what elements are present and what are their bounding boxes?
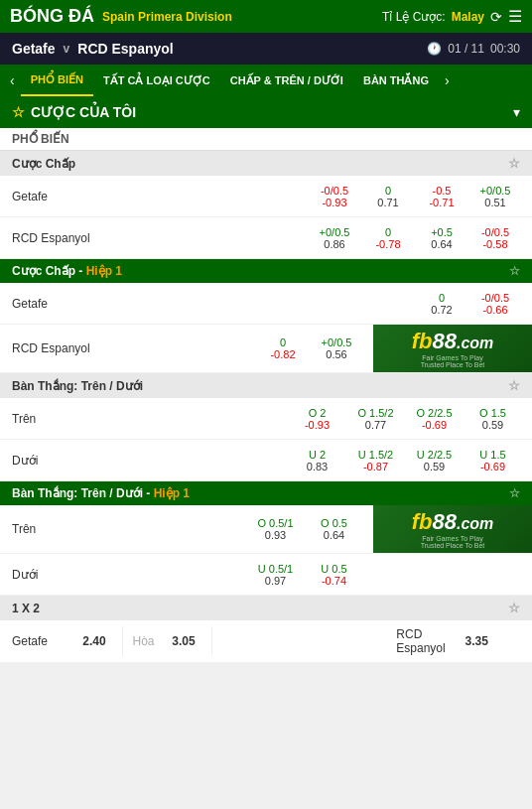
divider-2 — [211, 626, 212, 656]
odds-icon[interactable]: ⟳ — [490, 9, 502, 25]
getafe-val-3: -0.71 — [417, 197, 466, 208]
cuoc-title: ☆ CƯỢC CỦA TÔI — [12, 104, 136, 120]
duoi-val-2: -0.87 — [348, 461, 403, 472]
ban-thang-header: Bàn Thắng: Trên / Dưới ☆ — [0, 373, 532, 398]
getafe-odds-3[interactable]: -0.5 -0.71 — [417, 185, 466, 208]
match-vs: v — [64, 42, 70, 56]
tren-hiep1-label: Trên — [12, 522, 71, 536]
nav-next-arrow[interactable]: › — [439, 65, 456, 96]
espanyol-line-2: 0 — [363, 226, 413, 238]
hiep1-getafe-val-1: 0.72 — [417, 304, 466, 316]
ban-thang-star: ☆ — [508, 378, 520, 393]
hiep1-getafe-odds: 0 0.72 -0/0.5 -0.66 — [111, 292, 520, 316]
odds-label: Tỉ Lệ Cược: — [382, 10, 446, 24]
tab-ban-thang[interactable]: BÀN THẮNG — [353, 67, 439, 95]
duoi-hiep1-cell-2[interactable]: U 0.5 -0.74 — [307, 563, 361, 587]
ad-tagline-line1: Fair Games To Play — [421, 354, 485, 361]
duoi-hiep1-line-1: U 0.5/1 — [248, 563, 303, 575]
duoi-label: Dưới — [12, 454, 71, 468]
tren-hiep1-line-1: O 0.5/1 — [248, 517, 303, 529]
ad-tagline-2: Fair Games To Play Trusted Place To Bet — [421, 535, 485, 549]
header-left: BÓNG ĐÁ Spain Primera Division — [10, 6, 232, 27]
menu-icon[interactable]: ☰ — [508, 7, 522, 26]
duoi-cell-2[interactable]: U 1.5/2 -0.87 — [348, 449, 403, 472]
getafe-odds-1[interactable]: -0/0.5 -0.93 — [310, 185, 359, 208]
espanyol-line-4: -0/0.5 — [470, 226, 520, 238]
hiep1-espanyol-cell-1[interactable]: 0 -0.82 — [258, 337, 308, 360]
tren-label: Trên — [12, 412, 71, 426]
tren-cell-2[interactable]: O 1.5/2 0.77 — [348, 407, 403, 431]
hiep1-getafe-cell-1[interactable]: 0 0.72 — [417, 292, 466, 316]
cuoc-chap-row-getafe: Getafe -0/0.5 -0.93 0 0.71 -0.5 -0.71 +0… — [0, 176, 532, 217]
tab-pho-bien[interactable]: PHỔ BIẾN — [21, 66, 93, 96]
nav-tabs: ‹ PHỔ BIẾN TẤT CẢ LOẠI CƯỢC CHẤP & TRÊN … — [0, 65, 532, 96]
header-right: Tỉ Lệ Cược: Malay ⟳ ☰ — [382, 7, 522, 26]
espanyol-line-1: +0/0.5 — [310, 226, 359, 238]
duoi-val-1: 0.83 — [290, 461, 344, 472]
tren-hiep1-cells: O 0.5/1 0.93 O 0.5 0.64 — [79, 517, 361, 541]
ad-tagline-line2: Trusted Place To Bet — [421, 361, 485, 368]
hiep1-row-getafe: Getafe 0 0.72 -0/0.5 -0.66 — [0, 283, 532, 325]
tren-line-3: O 2/2.5 — [407, 407, 462, 419]
team-name-espanyol: RCD Espanyol — [12, 231, 111, 245]
onex2-hoa-val[interactable]: 3.05 — [164, 634, 203, 648]
ban-thang-hiep1-star: ☆ — [509, 486, 520, 500]
onex2-away-val[interactable]: 3.35 — [457, 634, 496, 648]
ad-tagline2-line2: Trusted Place To Bet — [421, 542, 485, 549]
getafe-odds-2[interactable]: 0 0.71 — [363, 185, 413, 208]
duoi-val-3: 0.59 — [407, 461, 462, 472]
tren-hiep1-row: Trên O 0.5/1 0.93 O 0.5 0.64 fb88.com Fa… — [0, 505, 532, 554]
hiep1-team-espanyol: RCD Espanyol — [12, 341, 111, 355]
duoi-cell-1[interactable]: U 2 0.83 — [290, 449, 344, 472]
team-name-getafe: Getafe — [12, 190, 111, 203]
tren-line-4: O 1.5 — [466, 407, 520, 419]
ad-com2: .com — [457, 515, 493, 532]
getafe-odds-cells: -0/0.5 -0.93 0 0.71 -0.5 -0.71 +0/0.5 0.… — [111, 185, 520, 208]
hiep1-getafe-cell-2[interactable]: -0/0.5 -0.66 — [470, 292, 520, 316]
cuoc-header[interactable]: ☆ CƯỢC CỦA TÔI ▾ — [0, 96, 532, 128]
tren-hiep1-val-2: 0.64 — [307, 529, 361, 541]
hiep1-espanyol-line-1: 0 — [258, 337, 308, 348]
tren-val-2: 0.77 — [348, 419, 403, 431]
tren-val-3: -0.69 — [407, 419, 462, 431]
tren-cell-3[interactable]: O 2/2.5 -0.69 — [407, 407, 462, 431]
nav-prev-arrow[interactable]: ‹ — [4, 65, 21, 96]
espanyol-odds-2[interactable]: 0 -0.78 — [363, 226, 413, 250]
match-teams: Getafe v RCD Espanyol — [12, 41, 174, 57]
duoi-cell-3[interactable]: U 2/2.5 0.59 — [407, 449, 462, 472]
hiep1-espanyol-cell-2[interactable]: +0/0.5 0.56 — [312, 337, 361, 360]
duoi-hiep1-row: Dưới U 0.5/1 0.97 U 0.5 -0.74 — [0, 554, 532, 596]
onex2-header: 1 X 2 ☆ — [0, 596, 532, 620]
cuoc-chevron-icon[interactable]: ▾ — [513, 104, 520, 120]
hiep1-espanyol-val-1: -0.82 — [258, 348, 308, 360]
espanyol-val-1: 0.86 — [310, 238, 359, 250]
duoi-cell-4[interactable]: U 1.5 -0.69 — [466, 449, 520, 472]
espanyol-odds-1[interactable]: +0/0.5 0.86 — [310, 226, 359, 250]
espanyol-val-4: -0.58 — [470, 238, 520, 250]
ad-banner-2: fb88.com Fair Games To Play Trusted Plac… — [373, 505, 532, 553]
getafe-odds-4[interactable]: +0/0.5 0.51 — [470, 185, 520, 208]
duoi-val-4: -0.69 — [466, 461, 520, 472]
duoi-hiep1-cell-1[interactable]: U 0.5/1 0.97 — [248, 563, 303, 587]
tren-hiep1-cell-1[interactable]: O 0.5/1 0.93 — [248, 517, 303, 541]
tren-cell-4[interactable]: O 1.5 0.59 — [466, 407, 520, 431]
tab-chap[interactable]: CHẤP & TRÊN / DƯỚI — [220, 67, 353, 95]
away-team: RCD Espanyol — [77, 41, 173, 57]
espanyol-odds-4[interactable]: -0/0.5 -0.58 — [470, 226, 520, 250]
espanyol-odds-3[interactable]: +0.5 0.64 — [417, 226, 466, 250]
espanyol-val-2: -0.78 — [363, 238, 413, 250]
duoi-hiep1-val-2: -0.74 — [307, 575, 361, 587]
getafe-line-2: 0 — [363, 185, 413, 197]
hiep1-espanyol-line-2: +0/0.5 — [312, 337, 361, 348]
onex2-right: RCD Espanyol 3.35 — [396, 627, 520, 655]
tren-val-1: -0.93 — [290, 419, 344, 431]
tren-hiep1-cell-2[interactable]: O 0.5 0.64 — [307, 517, 361, 541]
ad-banner-1: fb88.com Fair Games To Play Trusted Plac… — [373, 325, 532, 372]
ad-882: 88 — [432, 509, 456, 534]
onex2-label: 1 X 2 — [12, 602, 40, 615]
match-date: 01 / 11 — [448, 42, 484, 56]
onex2-home-val[interactable]: 2.40 — [74, 634, 114, 648]
tren-cell-1[interactable]: O 2 -0.93 — [290, 407, 344, 431]
tab-tat-ca[interactable]: TẤT CẢ LOẠI CƯỢC — [93, 67, 220, 95]
divider-1 — [122, 626, 123, 656]
